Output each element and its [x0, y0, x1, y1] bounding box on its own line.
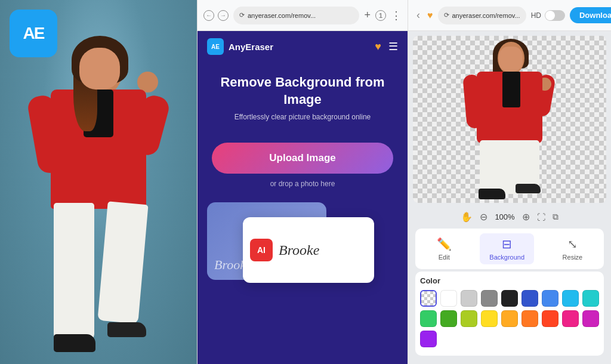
color-swatch-5[interactable] — [521, 290, 538, 307]
left-panel: AE — [0, 0, 197, 364]
preview-cards-area: Brooke AI Brooke — [207, 202, 398, 298]
middle-panel: ← → ⟳ anyeraser.com/remov... + 1 ⋮ AE An… — [197, 0, 408, 364]
color-section: Color — [415, 272, 604, 356]
new-tab-icon[interactable]: + — [364, 9, 371, 21]
mid-app-content: AE AnyEraser ♥ ☰ Remove Background from … — [198, 31, 408, 364]
upload-image-button[interactable]: Upload Image — [212, 143, 393, 174]
brand-logo-small: AE — [207, 38, 224, 55]
split-view-icon[interactable]: ⧉ — [553, 212, 558, 222]
zoom-out-icon[interactable]: ⊖ — [480, 211, 487, 223]
zoom-in-icon[interactable]: ⊕ — [522, 211, 530, 223]
color-swatch-18[interactable] — [420, 331, 437, 347]
tab-edit[interactable]: ✏️ Edit — [427, 233, 461, 264]
browser-chrome-right: ‹ ♥ ⟳ anyeraser.com/remov... HD Download — [408, 0, 611, 31]
color-swatch-3[interactable] — [481, 290, 498, 307]
zoom-bar: ✋ ⊖ 100% ⊕ ⛶ ⧉ — [413, 208, 606, 226]
url-text-middle: anyeraser.com/remov... — [248, 12, 316, 19]
right-panel: ‹ ♥ ⟳ anyeraser.com/remov... HD Download — [408, 0, 611, 364]
tab-count-icon[interactable]: 1 — [375, 10, 386, 21]
url-bar-right[interactable]: ⟳ anyeraser.com/remov... — [438, 7, 526, 24]
color-swatch-11[interactable] — [461, 310, 477, 327]
color-swatch-16[interactable] — [562, 310, 579, 327]
tab-background[interactable]: ⊟ Background — [480, 233, 534, 264]
color-swatch-6[interactable] — [542, 290, 558, 307]
color-swatch-1[interactable] — [440, 290, 457, 307]
tab-resize[interactable]: ⤡ Resize — [553, 233, 593, 264]
favorite-icon[interactable]: ♥ — [375, 41, 381, 53]
background-icon: ⊟ — [502, 237, 512, 251]
color-swatch-12[interactable] — [481, 310, 498, 327]
menu-dots-icon[interactable]: ⋮ — [391, 9, 402, 22]
color-swatch-15[interactable] — [542, 310, 558, 327]
color-swatches-row — [420, 290, 599, 347]
tool-tabs: ✏️ Edit ⊟ Background ⤡ Resize — [415, 229, 604, 269]
brand-area: AE AnyEraser — [207, 38, 273, 55]
browser-chrome-middle: ← → ⟳ anyeraser.com/remov... + 1 ⋮ — [198, 0, 408, 31]
back-button-right[interactable]: ‹ — [414, 9, 422, 21]
color-swatch-4[interactable] — [501, 290, 518, 307]
ai-badge: AI — [250, 239, 273, 261]
hd-toggle-knob — [545, 11, 555, 20]
app-navbar: AE AnyEraser ♥ ☰ — [198, 31, 408, 62]
forward-icon[interactable]: → — [218, 10, 229, 21]
color-section-title: Color — [420, 276, 599, 285]
image-preview-area — [413, 36, 606, 203]
zoom-level: 100% — [495, 212, 514, 221]
expand-icon[interactable]: ⛶ — [537, 212, 545, 222]
brand-name: AnyEraser — [229, 42, 273, 52]
color-swatch-8[interactable] — [582, 290, 599, 307]
hd-toggle-area[interactable]: HD — [531, 10, 565, 21]
hd-label: HD — [531, 11, 541, 20]
color-swatch-14[interactable] — [521, 310, 538, 327]
url-bar-middle[interactable]: ⟳ anyeraser.com/remov... — [233, 7, 359, 24]
background-label: Background — [489, 254, 524, 261]
color-swatch-17[interactable] — [582, 310, 599, 327]
card-foreground: AI Brooke — [243, 217, 374, 283]
right-app-content: ✋ ⊖ 100% ⊕ ⛶ ⧉ ✏️ Edit ⊟ Background ⤡ Re… — [408, 31, 611, 364]
color-swatch-10[interactable] — [440, 310, 457, 327]
favorite-icon-right[interactable]: ♥ — [427, 10, 433, 21]
resize-icon: ⤡ — [567, 237, 578, 251]
color-swatch-7[interactable] — [562, 290, 579, 307]
url-text-right: anyeraser.com/remov... — [452, 12, 520, 19]
color-swatch-9[interactable] — [420, 310, 437, 327]
hamburger-icon[interactable]: ☰ — [388, 40, 398, 53]
color-swatch-0[interactable] — [420, 290, 437, 307]
resize-label: Resize — [563, 254, 583, 261]
woman-preview-cutout — [462, 42, 557, 197]
hd-toggle-track[interactable] — [545, 10, 565, 21]
hero-section: Remove Background from Image Effortlessl… — [198, 62, 408, 131]
woman-photo — [0, 18, 197, 364]
upload-area[interactable]: Upload Image — [212, 143, 393, 174]
reload-icon-right: ⟳ — [444, 11, 449, 19]
hero-title: Remove Background from Image — [212, 74, 393, 108]
back-icon[interactable]: ← — [203, 10, 214, 21]
edit-icon: ✏️ — [437, 237, 452, 251]
color-swatch-13[interactable] — [501, 310, 518, 327]
drop-hint-text: or drop a photo here — [198, 180, 408, 188]
card-front-name: Brooke — [279, 242, 319, 258]
hero-subtitle: Effortlessly clear picture background on… — [212, 113, 393, 121]
reload-icon: ⟳ — [239, 11, 245, 19]
ae-app-logo: AE — [10, 10, 57, 57]
edit-label: Edit — [439, 254, 450, 261]
pan-icon[interactable]: ✋ — [461, 211, 473, 223]
color-swatch-2[interactable] — [461, 290, 477, 307]
download-button[interactable]: Download — [570, 7, 611, 23]
